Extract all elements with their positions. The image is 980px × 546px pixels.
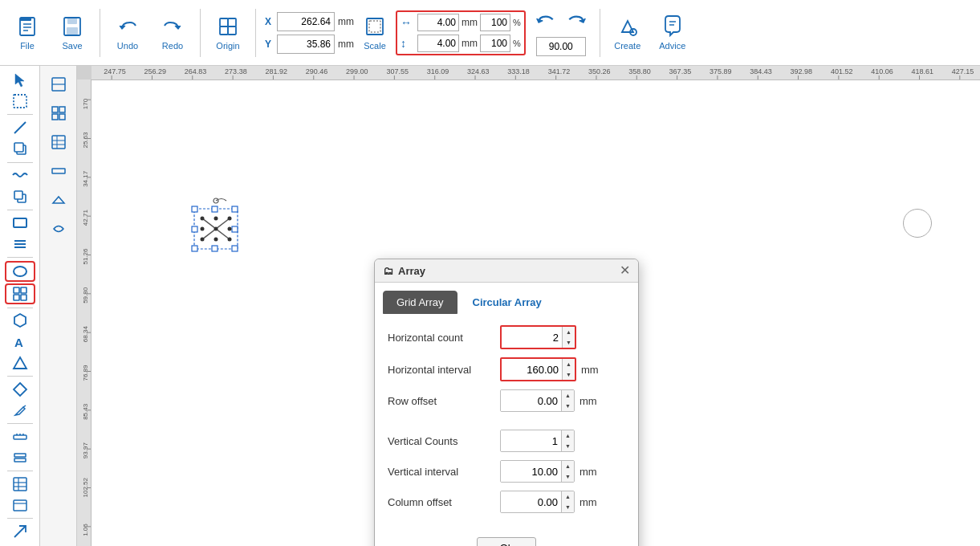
undo-button[interactable]: Undo [107,5,148,61]
save-button[interactable]: Save [51,5,93,61]
ruler-corner [77,66,91,80]
row-offset-input-group[interactable]: ▲ ▼ [500,389,575,412]
vertical-counts-up[interactable]: ▲ [562,430,574,441]
dialog-close-button[interactable]: ✕ [620,264,630,277]
column-offset-spinner[interactable]: ▲ ▼ [561,491,574,512]
duplicate-tool[interactable] [5,186,35,206]
svg-rect-22 [14,191,22,199]
s-tool-3[interactable] [43,128,74,156]
frame-tool[interactable] [5,92,35,111]
column-offset-label: Column offset [388,496,500,508]
array-dialog[interactable]: 🗂 Array ✕ Grid Array Circular Array Hori… [374,259,639,546]
horizontal-interval-input[interactable] [502,359,562,380]
vertical-counts-down[interactable]: ▼ [562,441,574,451]
vertical-interval-spinner[interactable]: ▲ ▼ [561,461,574,482]
width-input[interactable] [417,14,459,31]
text-tri-tool[interactable] [5,353,35,373]
rect-tool[interactable] [5,213,35,232]
tab-circular-array[interactable]: Circular Array [459,291,555,314]
svg-rect-11 [228,26,236,35]
horizontal-interval-field: Horizontal interval ▲ ▼ mm [388,357,625,381]
pen-tool[interactable] [5,401,35,420]
floors-tool[interactable] [5,475,35,494]
ellipse-tool[interactable] [5,261,35,282]
vertical-interval-up[interactable]: ▲ [562,461,574,471]
column-offset-input-group[interactable]: ▲ ▼ [500,491,575,513]
horizontal-count-input-group[interactable]: ▲ ▼ [500,325,576,349]
y-input[interactable] [277,35,335,54]
svg-rect-69 [192,226,197,232]
horizontal-count-up[interactable]: ▲ [563,327,575,337]
horizontal-interval-up[interactable]: ▲ [563,359,575,369]
row-offset-input[interactable] [501,390,561,411]
horizontal-count-down[interactable]: ▼ [563,337,575,348]
width-icon: ↔ [401,16,415,29]
dialog-titlebar: 🗂 Array ✕ [375,259,638,283]
advice-label: Advice [659,41,685,51]
horizontal-count-spinner[interactable]: ▲ ▼ [562,327,575,348]
copy-tool[interactable] [5,139,35,158]
vertical-interval-input[interactable] [501,461,561,482]
layers-tool[interactable] [5,448,35,467]
svg-rect-41 [14,454,26,457]
column-offset-up[interactable]: ▲ [562,491,574,502]
s-tool-4[interactable] [43,157,74,185]
advice-button[interactable]: Advice [652,5,693,61]
svg-line-36 [23,405,26,407]
svg-rect-20 [14,143,23,152]
svg-rect-7 [67,27,78,35]
column-offset-input[interactable] [501,491,561,512]
rotate-cw-button[interactable] [563,10,589,35]
sidebar-divider-8 [7,471,33,471]
svg-rect-63 [192,206,197,212]
horizontal-count-input[interactable] [502,327,562,348]
horizontal-interval-input-group[interactable]: ▲ ▼ [500,357,576,381]
align-tool[interactable] [5,234,35,254]
table-tool[interactable] [5,495,35,515]
wave-tool[interactable] [5,165,35,185]
vertical-interval-down[interactable]: ▼ [562,471,574,482]
x-coord-row: X mm [262,12,354,31]
line-tool[interactable] [5,118,35,137]
s-tool-2[interactable] [43,100,74,127]
row-offset-spinner[interactable]: ▲ ▼ [561,390,574,411]
vertical-interval-input-group[interactable]: ▲ ▼ [500,460,575,483]
width-pct-input[interactable] [480,14,510,31]
scale-button[interactable]: Scale [357,5,392,61]
tab-grid-array[interactable]: Grid Array [383,291,457,314]
redo-button[interactable]: Redo [152,5,193,61]
horizontal-interval-down[interactable]: ▼ [563,369,575,380]
dialog-ok-button[interactable]: Ok [477,537,537,546]
canvas-area[interactable]: 🗂 Array ✕ Grid Array Circular Array Hori… [77,66,980,546]
select-tool[interactable] [5,71,35,90]
hex-tool[interactable] [5,311,35,330]
redo-label: Redo [162,41,183,51]
origin-button[interactable]: Origin [207,5,249,61]
row-offset-down[interactable]: ▼ [562,401,574,411]
rotate-input[interactable] [536,37,586,56]
diamond-tool[interactable] [5,380,35,399]
s-tool-5[interactable] [43,186,74,214]
x-input[interactable] [277,12,335,31]
svg-point-80 [214,238,218,242]
text-a-tool[interactable]: A [5,332,35,351]
column-offset-down[interactable]: ▼ [562,502,574,512]
s-tool-1[interactable] [43,71,74,98]
s-tool-6[interactable] [43,215,74,242]
row-offset-up[interactable]: ▲ [562,390,574,401]
coord-group: X mm Y mm [262,12,354,54]
measure-tool[interactable] [5,427,35,446]
create-button[interactable]: Create [607,5,649,61]
file-button[interactable]: File [6,5,48,61]
horizontal-interval-spinner[interactable]: ▲ ▼ [562,359,575,380]
y-unit: mm [338,39,354,50]
height-input[interactable] [417,35,459,52]
vertical-counts-spinner[interactable]: ▲ ▼ [561,430,574,451]
rotate-ccw-button[interactable] [533,10,559,35]
height-pct-input[interactable] [480,35,510,52]
arrow-tool-btn[interactable] [5,522,35,541]
vertical-counts-input[interactable] [501,430,561,451]
grid-tool[interactable] [5,283,35,304]
svg-rect-8 [220,18,228,26]
vertical-counts-input-group[interactable]: ▲ ▼ [500,430,575,452]
